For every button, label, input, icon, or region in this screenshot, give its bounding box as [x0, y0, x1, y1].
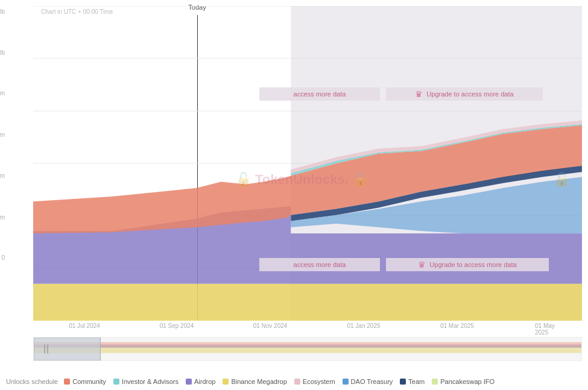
crown-icon-2: ♛: [418, 260, 426, 269]
svg-rect-20: [34, 338, 100, 360]
y-label-800m: 800m: [0, 90, 5, 96]
watermark-text: TokenUnlocks.: [255, 172, 349, 187]
x-label-jul2024: 01 Jul 2024: [69, 322, 100, 329]
legend-item-ecosystem: Ecosystem: [294, 378, 335, 385]
watermark-right: 🔓: [554, 172, 570, 187]
legend-label-dao: DAO Treasury: [351, 378, 393, 385]
legend-label-ecosystem: Ecosystem: [303, 378, 335, 385]
legend-label-ifo: Pancakeswap IFO: [440, 378, 495, 385]
legend: Unlocks schedule Community Investor & Ad…: [0, 378, 588, 385]
legend-dot-airdrop: [186, 379, 192, 385]
legend-dot-dao: [343, 379, 349, 385]
legend-item-community: Community: [64, 378, 106, 385]
legend-dot-ecosystem: [294, 379, 300, 385]
legend-dot-team: [400, 379, 406, 385]
chart-container: Chart in UTC + 00:00 Time Today: [0, 0, 588, 390]
x-label-nov2024: 01 Nov 2024: [253, 322, 288, 329]
y-label-0: 0: [1, 254, 5, 261]
legend-dot-investor: [113, 379, 119, 385]
legend-title: Unlocks schedule: [6, 378, 58, 385]
upgrade-banner-top-center: ♛ Upgrade to access more data: [386, 87, 543, 101]
legend-item-binance: Binance Megadrop: [223, 378, 286, 385]
legend-item-airdrop: Airdrop: [186, 378, 215, 385]
x-label-may2025: 01 May 2025: [535, 322, 566, 336]
x-label-mar2025: 01 Mar 2025: [440, 322, 474, 329]
svg-rect-19: [34, 342, 581, 347]
crown-icon-1: ♛: [415, 89, 423, 99]
navigator-svg: [34, 338, 581, 360]
y-label-600m: 600m: [0, 131, 5, 138]
legend-label-team: Team: [408, 378, 425, 385]
y-label-200m: 200m: [0, 214, 5, 221]
y-label-120b: 1.20b: [0, 8, 5, 15]
legend-label-airdrop: Airdrop: [194, 378, 215, 385]
chart-navigator[interactable]: [33, 337, 582, 361]
upgrade-text-1: access more data: [294, 90, 346, 98]
y-label-100b: 1.00b: [0, 49, 5, 56]
upgrade-text-3: access more data: [294, 261, 346, 268]
legend-item-dao: DAO Treasury: [343, 378, 393, 385]
x-label-sep2024: 01 Sep 2024: [160, 322, 194, 329]
legend-dot-ifo: [432, 379, 438, 385]
legend-item-ifo: Pancakeswap IFO: [432, 378, 495, 385]
legend-label-binance: Binance Megadrop: [231, 378, 286, 385]
legend-dot-binance: [223, 379, 229, 385]
upgrade-banner-top-left: access more data: [259, 87, 380, 101]
x-label-jan2025: 01 Jan 2025: [347, 322, 380, 329]
upgrade-text-2: Upgrade to access more data: [426, 90, 513, 98]
watermark-left: 🔓 TokenUnlocks. 🔓: [235, 172, 368, 187]
legend-item-team: Team: [400, 378, 425, 385]
svg-marker-8: [33, 284, 582, 321]
upgrade-banner-bottom-left: access more data: [259, 258, 380, 271]
legend-label-investor: Investor & Advisors: [122, 378, 179, 385]
upgrade-text-4: Upgrade to access more data: [429, 261, 516, 268]
legend-dot-community: [64, 379, 70, 385]
legend-item-investor: Investor & Advisors: [113, 378, 179, 385]
upgrade-banner-bottom-center: ♛ Upgrade to access more data: [386, 258, 549, 271]
legend-label-community: Community: [72, 378, 106, 385]
y-label-400m: 400m: [0, 172, 5, 179]
chart-svg: [33, 6, 582, 321]
